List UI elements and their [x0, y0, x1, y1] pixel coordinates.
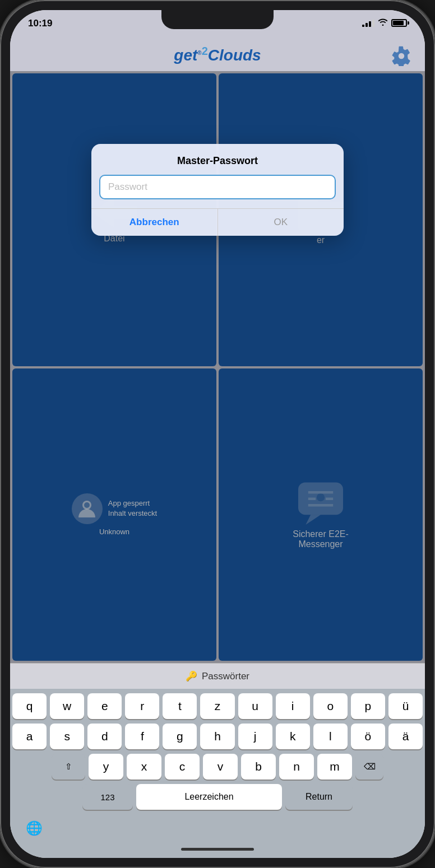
wifi-icon	[378, 18, 388, 27]
cancel-button[interactable]: Abbrechen	[91, 209, 218, 236]
shift-button[interactable]: ⇧	[52, 754, 85, 780]
home-bar	[12, 844, 423, 856]
key-x[interactable]: x	[127, 754, 161, 780]
app-header: get®2Clouds	[10, 40, 425, 71]
settings-button[interactable]	[389, 44, 414, 68]
globe-button[interactable]: 🌐	[17, 815, 52, 841]
key-f[interactable]: f	[125, 724, 159, 749]
signal-icon	[362, 19, 374, 27]
key-c[interactable]: c	[165, 754, 200, 780]
key-q[interactable]: q	[12, 693, 47, 719]
key-p[interactable]: p	[351, 693, 385, 719]
keyboard-row-3: ⇧ y x c v b n m ⌫	[12, 754, 423, 780]
key-icon: 🔑	[186, 670, 197, 682]
key-z[interactable]: z	[200, 693, 234, 719]
key-y[interactable]: y	[89, 754, 123, 780]
logo-get: get	[174, 46, 197, 64]
home-bar-line	[181, 848, 254, 851]
modal-buttons: Abbrechen OK	[91, 208, 344, 236]
key-o[interactable]: o	[313, 693, 348, 719]
key-j[interactable]: j	[238, 724, 272, 749]
app-content: Datei er	[10, 71, 425, 663]
phone-frame: 10:19	[0, 0, 435, 868]
ok-button[interactable]: OK	[218, 209, 344, 236]
password-input[interactable]	[99, 175, 336, 199]
modal-overlay: Master-Passwort Abbrechen OK	[10, 71, 425, 663]
key-w[interactable]: w	[50, 693, 84, 719]
notch	[161, 10, 274, 29]
key-a[interactable]: a	[12, 724, 47, 749]
logo-reg: ®	[197, 50, 201, 56]
modal-dialog: Master-Passwort Abbrechen OK	[91, 144, 344, 236]
keyboard-globe-row: 🌐	[12, 815, 423, 844]
logo-clouds: Clouds	[208, 46, 261, 64]
key-k[interactable]: k	[276, 724, 310, 749]
logo-num: 2	[202, 45, 208, 57]
key-m[interactable]: m	[317, 754, 352, 780]
password-toolbar: 🔑 Passwörter	[10, 663, 425, 689]
key-i[interactable]: i	[276, 693, 310, 719]
key-b[interactable]: b	[241, 754, 276, 780]
key-ae[interactable]: ä	[388, 724, 423, 749]
gear-icon	[391, 46, 411, 66]
keyboard: q w e r t z u i o p ü a s d f g h j	[10, 689, 425, 858]
key-d[interactable]: d	[87, 724, 122, 749]
key-oe[interactable]: ö	[351, 724, 385, 749]
modal-input-wrapper	[91, 175, 344, 208]
password-toolbar-content[interactable]: 🔑 Passwörter	[186, 670, 249, 682]
modal-title: Master-Passwort	[91, 144, 344, 175]
battery-icon	[391, 19, 407, 27]
key-ue[interactable]: ü	[388, 693, 423, 719]
key-s[interactable]: s	[50, 724, 84, 749]
keyboard-row-2: a s d f g h j k l ö ä	[12, 724, 423, 749]
passwords-label: Passwörter	[202, 671, 249, 682]
numbers-button[interactable]: 123	[82, 784, 133, 810]
key-u[interactable]: u	[238, 693, 272, 719]
key-g[interactable]: g	[163, 724, 197, 749]
keyboard-row-1: q w e r t z u i o p ü	[12, 693, 423, 719]
space-button[interactable]: Leerzeichen	[136, 784, 282, 810]
keyboard-row-4: 123 Leerzeichen Return	[12, 784, 423, 810]
key-n[interactable]: n	[279, 754, 314, 780]
delete-button[interactable]: ⌫	[355, 754, 383, 780]
key-l[interactable]: l	[313, 724, 348, 749]
key-t[interactable]: t	[163, 693, 197, 719]
key-e[interactable]: e	[87, 693, 122, 719]
key-v[interactable]: v	[203, 754, 238, 780]
key-h[interactable]: h	[200, 724, 234, 749]
return-button[interactable]: Return	[285, 784, 353, 810]
status-time: 10:19	[28, 18, 52, 29]
status-icons	[362, 18, 407, 27]
screen: 10:19	[10, 10, 425, 858]
key-r[interactable]: r	[125, 693, 159, 719]
app-logo: get®2Clouds	[174, 45, 261, 64]
